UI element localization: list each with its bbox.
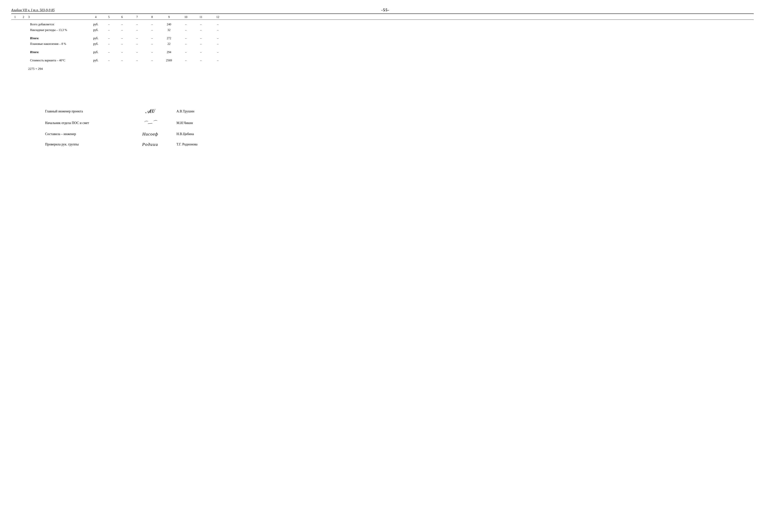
col-header-12: 12	[208, 15, 227, 19]
r5-c11: –	[193, 51, 208, 54]
r6-c5: –	[103, 59, 115, 62]
table-row: Накладные расходы – 13,3 % руб. – – – – …	[11, 27, 754, 33]
r3-c10: –	[178, 37, 193, 40]
summary-text: 2275 + 294	[28, 67, 43, 71]
r4-c11: –	[193, 42, 208, 46]
r4-c10: –	[178, 42, 193, 46]
r3-c6: –	[115, 37, 130, 40]
r3-c11: –	[193, 37, 208, 40]
r4-c9: 22	[160, 42, 178, 46]
r2-c12: –	[208, 28, 227, 32]
r3-c4: руб.	[88, 37, 103, 40]
r5-c9: 294	[160, 51, 178, 54]
r5-c3: Итого:	[28, 51, 88, 54]
summary-line: 2275 + 294	[11, 67, 754, 71]
r6-c9: 2569	[160, 59, 178, 62]
document-header: Альбом VII ч. I т.п. 503-9-9 85 -55-	[11, 8, 754, 14]
r1-c8: –	[145, 23, 160, 26]
r3-c9: 272	[160, 37, 178, 40]
r5-c5: –	[103, 51, 115, 54]
table-row: Итого: руб. – – – – 272 – – –	[11, 35, 754, 41]
r3-c8: –	[145, 37, 160, 40]
r5-c6: –	[115, 51, 130, 54]
r6-c8: –	[145, 59, 160, 62]
r4-c3: Плановые накопления – 8 %	[28, 42, 88, 46]
table-row: Итого: руб. – – – – 294 – – –	[11, 49, 754, 55]
r5-c7: –	[130, 51, 145, 54]
col-header-7: 7	[130, 15, 145, 19]
signature-row-3: Составила – инженер Нисоеф Н.В.Цибина	[45, 132, 754, 137]
r5-c12: –	[208, 51, 227, 54]
signatures-section: Главный инженер проекта 𝒜ℓℓ/ А.В.Трушин …	[11, 108, 754, 147]
r4-c7: –	[130, 42, 145, 46]
r4-c4: руб.	[88, 42, 103, 46]
col-header-1: 1	[11, 15, 19, 19]
r3-c12: –	[208, 37, 227, 40]
col-header-2: 2	[19, 15, 28, 19]
r1-c6: –	[115, 23, 130, 26]
r5-c10: –	[178, 51, 193, 54]
r4-c12: –	[208, 42, 227, 46]
col-header-6: 6	[115, 15, 130, 19]
sig-image-3: Нисоеф	[124, 132, 177, 137]
table-row: Плановые накопления – 8 % руб. – – – – 2…	[11, 41, 754, 47]
column-headers: 1 2 3 4 5 6 7 8 9 10 11 12	[11, 14, 754, 20]
sig-role-4: Проверила рук. группы	[45, 143, 124, 146]
signature-row-4: Проверила рук. группы Родиии Т.Г. Родион…	[45, 142, 754, 147]
r1-c4: руб.	[88, 23, 103, 26]
r1-c3: Всего добавляется:	[28, 23, 88, 26]
sig-name-3: Н.В.Цибина	[177, 132, 194, 136]
r2-c8: –	[145, 28, 160, 32]
table-row: Стоимость варианта – 40°С руб. – – – – 2…	[11, 58, 754, 63]
r3-c7: –	[130, 37, 145, 40]
col-header-5: 5	[103, 15, 115, 19]
r1-c10: –	[178, 23, 193, 26]
r6-c12: –	[208, 59, 227, 62]
col-header-11: 11	[193, 15, 208, 19]
album-reference: Альбом VII ч. I т.п. 503-9-9 85	[11, 8, 55, 12]
r4-c6: –	[115, 42, 130, 46]
col-header-9: 9	[160, 15, 178, 19]
col-header-8: 8	[145, 15, 160, 19]
r2-c7: –	[130, 28, 145, 32]
sig-name-4: Т.Г. Родионова	[177, 143, 198, 146]
r1-c5: –	[103, 23, 115, 26]
sig-name-2: М.И.Чикин	[177, 121, 193, 125]
table-row: Всего добавляется: руб. – – – – 240 – – …	[11, 22, 754, 27]
signature-row-2: Начальник отдела ПОС и смет ⌒—⌒ М.И.Чики…	[45, 120, 754, 126]
sig-role-2: Начальник отдела ПОС и смет	[45, 121, 124, 125]
r6-c3: Стоимость варианта – 40°С	[28, 59, 88, 62]
r1-c11: –	[193, 23, 208, 26]
sig-name-1: А.В.Трушин	[177, 109, 194, 113]
col-header-3: 3	[28, 15, 88, 19]
r1-c7: –	[130, 23, 145, 26]
sig-image-4: Родиии	[124, 142, 177, 147]
sig-role-3: Составила – инженер	[45, 132, 124, 136]
signature-row-1: Главный инженер проекта 𝒜ℓℓ/ А.В.Трушин	[45, 108, 754, 115]
table-body: Всего добавляется: руб. – – – – 240 – – …	[11, 22, 754, 63]
r6-c4: руб.	[88, 59, 103, 62]
r2-c9: 32	[160, 28, 178, 32]
sig-image-1: 𝒜ℓℓ/	[124, 108, 177, 115]
r2-c5: –	[103, 28, 115, 32]
r4-c5: –	[103, 42, 115, 46]
r3-c3: Итого:	[28, 37, 88, 40]
col-header-10: 10	[178, 15, 193, 19]
r6-c10: –	[178, 59, 193, 62]
r2-c3: Накладные расходы – 13,3 %	[28, 28, 88, 32]
page-number: -55-	[381, 8, 390, 12]
r2-c6: –	[115, 28, 130, 32]
sig-image-2: ⌒—⌒	[124, 120, 177, 126]
r2-c11: –	[193, 28, 208, 32]
r5-c4: руб.	[88, 51, 103, 54]
r6-c6: –	[115, 59, 130, 62]
r6-c11: –	[193, 59, 208, 62]
r2-c10: –	[178, 28, 193, 32]
r6-c7: –	[130, 59, 145, 62]
r1-c12: –	[208, 23, 227, 26]
r1-c9: 240	[160, 23, 178, 26]
r2-c4: руб.	[88, 28, 103, 32]
col-header-4: 4	[88, 15, 103, 19]
r5-c8: –	[145, 51, 160, 54]
sig-role-1: Главный инженер проекта	[45, 109, 124, 113]
